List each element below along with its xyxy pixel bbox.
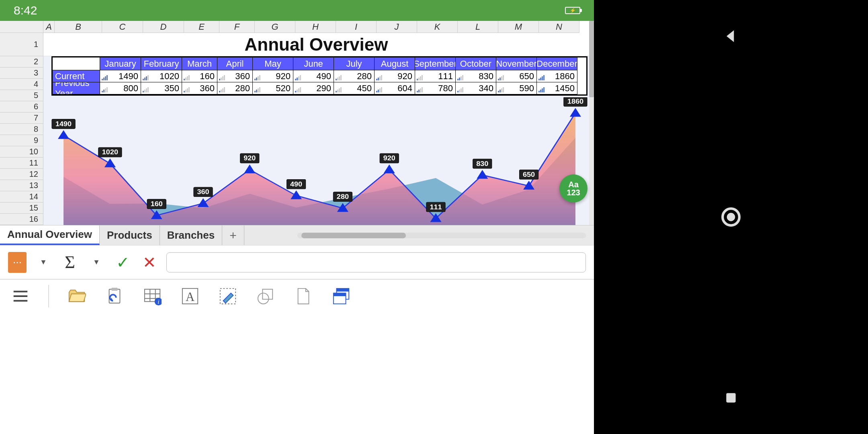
- back-icon[interactable]: [719, 24, 743, 48]
- column-header[interactable]: F: [219, 21, 255, 33]
- data-cell[interactable]: 450: [334, 82, 375, 94]
- data-cell[interactable]: 920: [253, 70, 293, 82]
- vertical-scrollbar[interactable]: [589, 21, 594, 225]
- row-header[interactable]: 5: [0, 90, 43, 101]
- row-header[interactable]: 2: [0, 56, 43, 68]
- cell-info-icon[interactable]: i: [142, 286, 162, 306]
- folder-open-icon[interactable]: [67, 286, 87, 306]
- data-table[interactable]: JanuaryFebruaryMarchAprilMayJuneJulyAugu…: [51, 56, 588, 96]
- sheet-tab[interactable]: Annual Overview: [0, 225, 100, 245]
- data-cell[interactable]: 1020: [141, 70, 182, 82]
- data-cell[interactable]: 290: [293, 82, 334, 94]
- area-chart[interactable]: 149010201603609204902809201118306501860: [51, 97, 588, 225]
- row-header[interactable]: 11: [0, 158, 43, 169]
- column-header[interactable]: D: [143, 21, 184, 33]
- month-header[interactable]: May: [253, 57, 293, 70]
- row-header[interactable]: 8: [0, 124, 43, 135]
- data-cell[interactable]: 830: [456, 70, 496, 82]
- month-header[interactable]: March: [182, 57, 217, 70]
- data-cell[interactable]: 604: [375, 82, 415, 94]
- month-header[interactable]: August: [375, 57, 415, 70]
- recent-apps-icon[interactable]: [719, 386, 743, 410]
- shape-circle-icon[interactable]: [256, 286, 276, 306]
- page-icon[interactable]: [293, 286, 313, 306]
- home-icon[interactable]: [719, 205, 743, 229]
- month-header[interactable]: February: [141, 57, 182, 70]
- column-header[interactable]: G: [255, 21, 295, 33]
- row-header[interactable]: 3: [0, 68, 43, 79]
- row-header[interactable]: 16: [0, 214, 43, 225]
- data-cell[interactable]: 350: [141, 82, 182, 94]
- column-header[interactable]: I: [336, 21, 377, 33]
- row-header[interactable]: 6: [0, 101, 43, 113]
- font-a-icon[interactable]: A: [180, 286, 200, 306]
- horizontal-scrollbar[interactable]: [297, 233, 586, 238]
- formula-input[interactable]: [166, 252, 586, 272]
- column-header[interactable]: L: [458, 21, 498, 33]
- column-header[interactable]: H: [295, 21, 336, 33]
- row-header[interactable]: 9: [0, 135, 43, 146]
- row-label[interactable]: Previous Year: [53, 82, 100, 94]
- add-sheet-button[interactable]: +: [222, 225, 244, 245]
- data-cell[interactable]: 650: [496, 70, 537, 82]
- column-header[interactable]: M: [498, 21, 539, 33]
- row-header[interactable]: 12: [0, 169, 43, 180]
- data-cell[interactable]: 280: [334, 70, 375, 82]
- month-header[interactable]: December: [537, 57, 577, 70]
- row-header[interactable]: 1: [0, 33, 43, 56]
- column-header[interactable]: C: [102, 21, 143, 33]
- data-cell[interactable]: 1450: [537, 82, 577, 94]
- name-box-dropdown[interactable]: ▼: [34, 253, 53, 272]
- row-header[interactable]: 10: [0, 146, 43, 158]
- month-header[interactable]: January: [100, 57, 141, 70]
- name-box[interactable]: ⋯: [8, 252, 27, 273]
- sheet-tab[interactable]: Products: [100, 225, 160, 245]
- row-header[interactable]: 13: [0, 180, 43, 191]
- column-header[interactable]: E: [184, 21, 219, 33]
- data-cell[interactable]: 160: [182, 70, 217, 82]
- month-header[interactable]: November: [496, 57, 537, 70]
- data-cell[interactable]: 280: [217, 82, 253, 94]
- column-header[interactable]: K: [417, 21, 458, 33]
- data-cell[interactable]: 780: [415, 82, 456, 94]
- row-header[interactable]: 7: [0, 113, 43, 124]
- data-cell[interactable]: 360: [217, 70, 253, 82]
- sheet-tab[interactable]: Branches: [160, 225, 223, 245]
- data-cell[interactable]: 1490: [100, 70, 141, 82]
- data-cell[interactable]: 800: [100, 82, 141, 94]
- row-header[interactable]: 4: [0, 79, 43, 90]
- column-header[interactable]: A: [43, 21, 55, 33]
- data-cell[interactable]: 490: [293, 70, 334, 82]
- clipboard-undo-icon[interactable]: [104, 286, 125, 306]
- select-all-corner[interactable]: [0, 21, 43, 33]
- border-paint-icon[interactable]: [218, 286, 238, 306]
- data-cell[interactable]: 920: [375, 70, 415, 82]
- column-header[interactable]: J: [377, 21, 417, 33]
- row-header[interactable]: 14: [0, 191, 43, 203]
- vertical-scrollbar-thumb[interactable]: [589, 21, 594, 97]
- data-cell[interactable]: 360: [182, 82, 217, 94]
- row-label[interactable]: Current: [53, 70, 100, 82]
- cancel-formula-button[interactable]: ✕: [140, 253, 159, 272]
- column-header[interactable]: B: [55, 21, 102, 33]
- spreadsheet-grid[interactable]: ABCDEFGHIJKLMN 1234567891011121314151617…: [0, 21, 594, 225]
- column-header[interactable]: N: [539, 21, 579, 33]
- row-header[interactable]: 15: [0, 203, 43, 214]
- data-cell[interactable]: 340: [456, 82, 496, 94]
- menu-icon[interactable]: [10, 286, 31, 306]
- horizontal-scrollbar-thumb[interactable]: [301, 233, 406, 238]
- data-cell[interactable]: 590: [496, 82, 537, 94]
- autosum-button[interactable]: Σ: [60, 253, 80, 272]
- window-stack-icon[interactable]: [331, 286, 351, 306]
- autosum-dropdown[interactable]: ▼: [87, 253, 106, 272]
- month-header[interactable]: October: [456, 57, 496, 70]
- keyboard-toggle-fab[interactable]: Aa 123: [559, 174, 588, 203]
- month-header[interactable]: June: [293, 57, 334, 70]
- accept-formula-button[interactable]: ✓: [113, 253, 133, 272]
- data-cell[interactable]: 520: [253, 82, 293, 94]
- data-cell[interactable]: 111: [415, 70, 456, 82]
- data-cell[interactable]: 1860: [537, 70, 577, 82]
- month-header[interactable]: September: [415, 57, 456, 70]
- month-header[interactable]: April: [217, 57, 253, 70]
- month-header[interactable]: July: [334, 57, 375, 70]
